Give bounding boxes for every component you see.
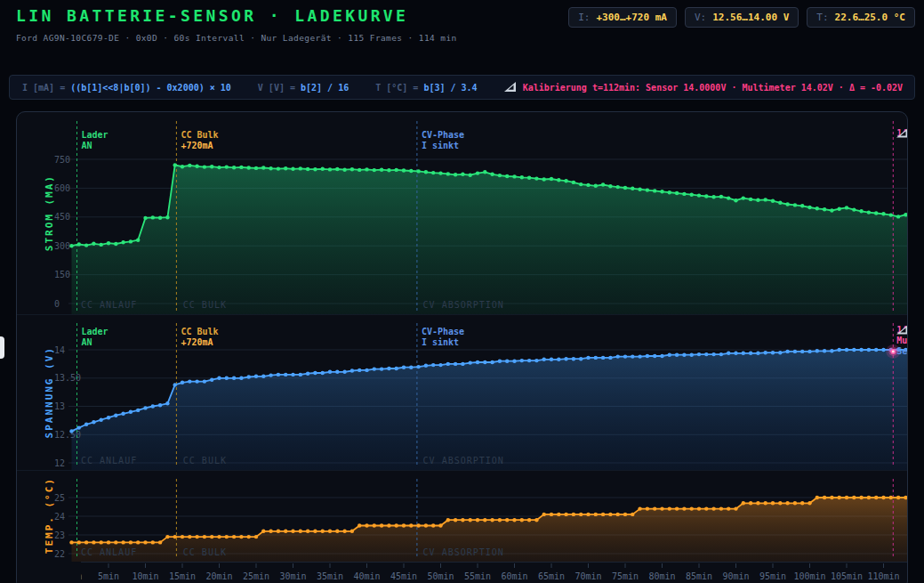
calibration-note: Kalibrierung t=112min: Sensor 14.0000V ·… (504, 82, 903, 93)
data-point (210, 535, 213, 538)
data-point (461, 173, 464, 176)
data-point (520, 175, 524, 179)
data-point (852, 207, 856, 211)
data-point (682, 506, 686, 510)
data-point (623, 513, 627, 516)
data-point (469, 174, 472, 177)
data-point (254, 375, 258, 378)
phase-label: CC ANLAUF (81, 456, 137, 466)
data-point (165, 535, 169, 538)
data-point (284, 530, 287, 533)
data-point (454, 173, 457, 176)
data-point (778, 501, 782, 505)
data-point (838, 496, 841, 499)
data-point (358, 168, 361, 172)
data-point (188, 379, 191, 383)
data-point (867, 496, 871, 499)
data-point (845, 348, 848, 352)
data-point (395, 523, 398, 527)
data-point (859, 496, 863, 499)
data-point (778, 201, 782, 205)
formula-label: T [°C] = (375, 83, 418, 93)
data-point (742, 352, 745, 355)
data-point (424, 364, 428, 368)
y-tick-label: 600 (54, 183, 70, 193)
data-point (874, 211, 878, 215)
data-point (719, 506, 723, 510)
data-point (727, 196, 730, 199)
data-point (830, 208, 833, 212)
data-point (668, 190, 671, 194)
data-point (380, 523, 383, 527)
data-point (616, 354, 620, 358)
y-tick-label: 150 (54, 270, 70, 279)
data-point (653, 506, 656, 510)
data-point (239, 377, 243, 380)
data-point (158, 540, 162, 544)
data-point (816, 496, 819, 499)
temperature-chart: 25242322CC ANLAUFCC BULKCV ABSORPTION TE… (17, 470, 907, 562)
data-point (446, 518, 450, 522)
data-point (239, 535, 243, 538)
data-point (675, 353, 679, 357)
data-point (756, 198, 759, 202)
data-point (785, 501, 789, 505)
left-edge-scrollbar[interactable] (0, 336, 4, 359)
data-point (395, 367, 398, 370)
data-point (608, 356, 612, 360)
data-point (299, 166, 302, 170)
data-point (564, 179, 567, 182)
data-point (550, 513, 553, 516)
data-point (438, 363, 442, 367)
data-point (785, 350, 789, 353)
data-point (409, 523, 413, 527)
data-point (121, 240, 125, 244)
data-point (542, 177, 546, 181)
data-point (586, 356, 590, 360)
data-point (342, 530, 346, 533)
data-point (254, 166, 258, 170)
phase-label: CC BULK (183, 300, 227, 310)
data-point (284, 373, 287, 377)
data-point (771, 501, 775, 505)
data-point (697, 352, 701, 356)
data-point (823, 207, 826, 211)
data-point (646, 354, 649, 358)
data-point (742, 501, 745, 505)
phase-label: CC BULK (183, 547, 227, 557)
data-point (690, 193, 694, 197)
data-point (136, 409, 140, 412)
data-point (350, 530, 354, 533)
formula-bar: I [mA] = ((b[1]<<8|b[0]) - 0x2000) × 10 … (9, 75, 915, 100)
data-point (136, 540, 140, 544)
data-point (697, 506, 701, 510)
data-point (277, 530, 280, 533)
data-point (358, 523, 361, 527)
badge-label: T: (816, 12, 828, 23)
data-point (92, 242, 95, 246)
data-point (217, 166, 221, 169)
axis-tick-label: 90min (722, 571, 749, 581)
data-point (306, 372, 309, 376)
data-point (771, 351, 775, 354)
data-point (557, 358, 560, 361)
data-point (195, 535, 198, 538)
data-point (572, 357, 575, 360)
data-point (151, 404, 155, 408)
data-point (136, 239, 140, 242)
data-point (269, 530, 272, 533)
data-point (719, 352, 723, 356)
data-point (534, 176, 538, 180)
data-point (181, 165, 184, 168)
data-point (210, 165, 213, 168)
data-point (269, 166, 272, 170)
data-point (373, 168, 376, 172)
data-point (165, 401, 169, 405)
page-subtitle: Ford AG9N-10C679-DE · 0x0D · 60s Interva… (16, 33, 457, 43)
data-point (299, 530, 302, 533)
data-point (704, 194, 708, 198)
axis-left-mask (17, 562, 81, 583)
formula-label: I [mA] = (22, 83, 65, 93)
y-tick-label: 22 (54, 549, 65, 559)
data-point (807, 501, 811, 505)
